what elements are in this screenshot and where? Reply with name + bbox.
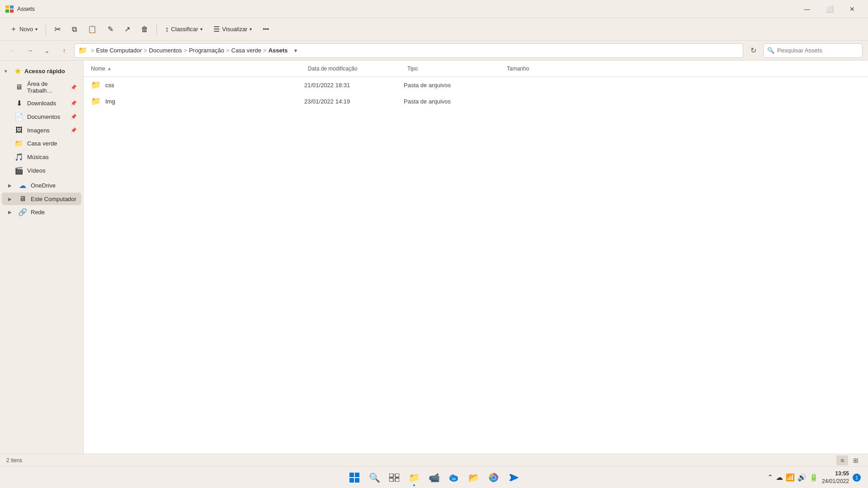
new-label: Novo [19,26,33,33]
taskbar-taskview[interactable] [385,469,403,487]
battery-icon[interactable]: 🔋 [809,473,818,482]
breadcrumb-item-3[interactable]: Casa verde [231,47,261,54]
star-icon: ★ [14,67,21,75]
col-header-date[interactable]: Data de modificação [304,61,404,76]
quick-access-label: Acesso rápido [24,68,77,75]
breadcrumb-item-2[interactable]: Programação [189,47,224,54]
sidebar-item-downloads[interactable]: ⬇ Downloads 📌 [2,97,81,110]
pin-icon-documents: 📌 [71,114,77,120]
close-button[interactable]: ✕ [842,2,863,16]
sort-button[interactable]: ↕ Classificar ▾ [160,21,207,38]
svg-point-16 [492,476,495,479]
sidebar-item-quick-access[interactable]: ▾ ★ Acesso rápido [2,65,81,78]
cloud-icon[interactable]: ☁ [776,473,783,482]
cut-button[interactable]: ✂ [50,21,66,38]
view-toggle: ≡ ⊞ [836,455,862,465]
list-view-button[interactable]: ≡ [836,455,848,465]
status-bar: 2 itens ≡ ⊞ [0,454,868,466]
file-name-img: Img [105,98,304,105]
col-header-size[interactable]: Tamanho [503,61,571,76]
volume-icon[interactable]: 🔊 [797,473,807,482]
sidebar-item-casaverde[interactable]: 📁 Casa verde [2,137,81,150]
breadcrumb-item-4[interactable]: Assets [269,47,288,54]
taskbar-start[interactable] [345,469,363,487]
rename-button[interactable]: ✎ [103,21,118,38]
delete-button[interactable]: 🗑 [137,21,153,38]
sidebar-images-label: Imagens [27,127,67,134]
new-button[interactable]: ＋ Novo ▾ [5,21,42,38]
separator-1 [46,23,46,36]
svg-rect-1 [10,5,14,9]
more-button[interactable]: ••• [258,21,274,38]
taskbar-edge[interactable] [445,469,463,487]
file-name-css: css [105,82,304,89]
sidebar-item-images[interactable]: 🖼 Imagens 📌 [2,124,81,136]
toolbar: ＋ Novo ▾ ✂ ⧉ 📋 ✎ ↗ 🗑 ↕ Classificar ▾ ☰ V… [0,18,868,41]
window-icon [5,5,14,13]
sort-dropdown-icon: ▾ [200,27,203,32]
breadcrumb-item-1[interactable]: Documentos [149,47,182,54]
sidebar-onedrive-label: OneDrive [31,182,77,189]
meet-taskbar-icon: 📹 [429,472,440,483]
sidebar-desktop-label: Área de Trabalh… [27,80,67,94]
rename-icon: ✎ [108,25,113,33]
svg-point-13 [452,478,456,480]
search-input[interactable] [777,47,849,54]
breadcrumb-item-0[interactable]: Este Computador [96,47,142,54]
breadcrumb-sep-2: > [184,47,187,54]
back-button[interactable]: ← [5,43,20,58]
sidebar-item-documents[interactable]: 📄 Documentos 📌 [2,110,81,123]
cut-icon: ✂ [54,24,61,34]
sidebar-item-onedrive[interactable]: ▶ ☁ OneDrive [2,179,81,192]
content-area: Nome ▲ Data de modificação Tipo Tamanho … [84,61,868,454]
taskbar-explorer2[interactable]: 📂 [465,469,483,487]
sidebar-item-desktop[interactable]: 🖥 Área de Trabalh… 📌 [2,78,81,96]
forward-button[interactable]: → [23,43,37,58]
breadcrumb-sep-1: > [144,47,147,54]
copy-button[interactable]: ⧉ [67,21,81,38]
taskbar-clock[interactable]: 13:55 24/01/2022 [822,470,849,485]
sidebar-item-videos[interactable]: 🎬 Vídeos [2,164,81,177]
paste-button[interactable]: 📋 [83,21,101,38]
col-header-name[interactable]: Nome ▲ [87,61,304,76]
taskbar-explorer[interactable]: 📁 [405,469,423,487]
onedrive-icon: ☁ [18,181,27,190]
more-icon: ••• [263,26,269,33]
table-row[interactable]: 📁 Img 23/01/2022 14:19 Pasta de arquivos [84,93,868,109]
up-button[interactable]: ↑ [57,43,71,58]
recent-button[interactable]: ⌄ [40,43,54,58]
taskbar-meet[interactable]: 📹 [425,469,443,487]
maximize-button[interactable]: ⬜ [819,2,840,16]
taskbar-vscode[interactable] [505,469,523,487]
rede-arrow: ▶ [8,210,14,215]
minimize-button[interactable]: — [797,2,817,16]
sidebar-item-music[interactable]: 🎵 Músicas [2,150,81,164]
system-tray: ⌃ ☁ 📶 🔊 🔋 [767,473,818,482]
sidebar-casaverde-label: Casa verde [27,140,77,147]
quick-access-arrow: ▾ [5,69,11,74]
search-box[interactable]: 🔍 [763,43,863,58]
new-dropdown-icon: ▾ [35,27,38,32]
grid-view-button[interactable]: ⊞ [850,455,862,465]
share-button[interactable]: ↗ [120,21,135,38]
breadcrumb-dropdown-button[interactable]: ▾ [290,45,301,56]
col-header-type[interactable]: Tipo [404,61,503,76]
taskbar-date-display: 24/01/2022 [822,478,849,485]
view-dropdown-icon: ▾ [250,27,252,32]
chevron-up-icon[interactable]: ⌃ [767,473,773,482]
refresh-button[interactable]: ↻ [746,43,760,58]
wifi-icon[interactable]: 📶 [786,473,795,482]
breadcrumb[interactable]: 📁 > Este Computador > Documentos > Progr… [74,43,743,58]
taskbar-search[interactable]: 🔍 [365,469,383,487]
file-list: 📁 css 21/01/2022 18:31 Pasta de arquivos… [84,77,868,454]
sidebar-item-rede[interactable]: ▶ 🔗 Rede [2,206,81,219]
sidebar-music-label: Músicas [27,154,77,160]
table-row[interactable]: 📁 css 21/01/2022 18:31 Pasta de arquivos [84,77,868,93]
breadcrumb-sep-3: > [226,47,230,54]
explorer2-taskbar-icon: 📂 [468,472,480,483]
file-date-css: 21/01/2022 18:31 [304,82,404,89]
view-button[interactable]: ☰ Visualizar ▾ [209,21,256,38]
sidebar-item-este-computador[interactable]: ▶ 🖥 Este Computador [2,192,81,205]
notification-badge[interactable]: 1 [853,474,861,482]
taskbar-chrome[interactable] [485,469,503,487]
